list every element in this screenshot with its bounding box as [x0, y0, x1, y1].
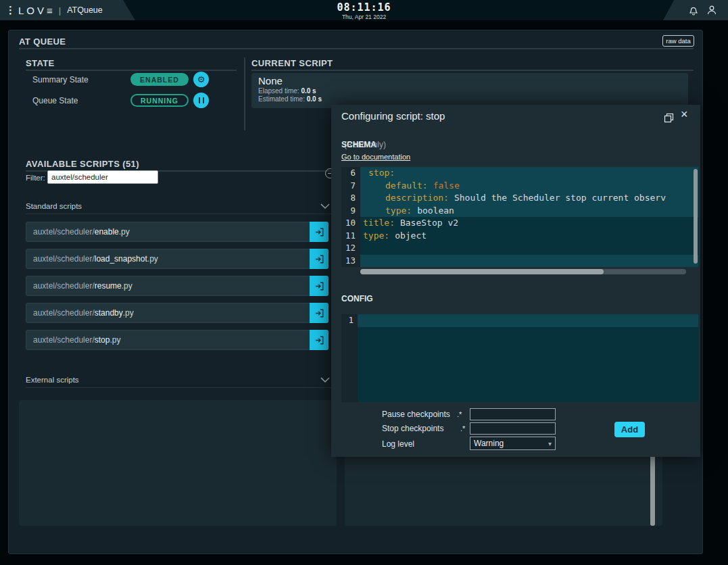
horizontal-scrollbar-thumb[interactable]: [360, 269, 604, 274]
standard-scripts-header[interactable]: Standard scripts: [26, 202, 82, 210]
queue-state-label: Queue State: [32, 96, 78, 105]
code-line: [360, 242, 698, 255]
current-script-name: None: [258, 75, 681, 87]
launch-script-icon: [314, 227, 324, 237]
section-divider: [244, 57, 245, 130]
stop-checkpoints-hint: .*: [460, 424, 465, 433]
estimated-time-label: Estimated time:: [258, 95, 305, 103]
code-line: stop:: [360, 167, 698, 180]
external-scripts-header[interactable]: External scripts: [26, 376, 79, 384]
current-script-rule: [251, 70, 694, 71]
clock-time: 08:11:16: [337, 1, 391, 14]
schema-vertical-scrollbar[interactable]: [694, 169, 698, 264]
summary-state-badge: ENABLED: [130, 73, 189, 86]
page-title: AT QUEUE: [19, 36, 66, 47]
code-line: title:BaseStop v2: [360, 217, 698, 230]
pause-checkpoints-input[interactable]: [470, 408, 556, 420]
atqueue-app: ⋮ LOV≡ | ATQueue 08:11:16 Thu, Apr 21 20…: [0, 0, 728, 565]
title-rule: [19, 48, 694, 49]
line-number: 11: [341, 230, 360, 243]
chevron-down-icon[interactable]: [320, 203, 330, 210]
dialog-title: Configuring script: stop: [341, 110, 445, 122]
gear-icon: ⚙: [197, 75, 205, 84]
pause-checkpoints-label: Pause checkpoints: [382, 410, 450, 419]
script-list-item[interactable]: auxtel/scheduler/resume.py: [26, 276, 329, 296]
current-script-title: CURRENT SCRIPT: [251, 58, 333, 68]
available-scripts-title: AVAILABLE SCRIPTS (51): [26, 159, 139, 169]
clock-date: Thu, Apr 21 2022: [337, 14, 391, 20]
code-line: type:boolean: [360, 205, 698, 218]
launch-script-button[interactable]: [310, 330, 329, 350]
summary-state-settings-button[interactable]: ⚙: [193, 72, 209, 87]
raw-data-button[interactable]: raw data: [662, 35, 694, 47]
line-number: 7: [341, 180, 360, 193]
launch-script-icon: [314, 281, 324, 291]
launch-script-button[interactable]: [310, 276, 329, 296]
topbar-divider: |: [59, 5, 61, 16]
queue-panel-left: [19, 400, 337, 526]
config-section-title: CONFIG: [341, 294, 373, 303]
state-section-title: STATE: [26, 58, 55, 68]
log-level-label: Log level: [382, 439, 414, 449]
launch-script-icon: [314, 254, 324, 264]
config-code-editor[interactable]: 1: [341, 314, 698, 402]
line-number: 9: [341, 205, 360, 218]
log-level-select[interactable]: Warning ▾: [470, 437, 556, 450]
estimated-time-value: 0.0 s: [307, 95, 322, 103]
topbar-left-section: ⋮ LOV≡ | ATQueue: [0, 0, 137, 20]
code-line: type:object: [360, 230, 698, 243]
dropdown-arrow-icon: ▾: [548, 440, 552, 447]
pause-queue-button[interactable]: [193, 93, 209, 108]
bell-icon[interactable]: [688, 5, 699, 16]
elapsed-time-label: Elapsed time:: [258, 87, 299, 95]
config-active-line: [358, 314, 698, 327]
stop-checkpoints-input[interactable]: [470, 422, 556, 435]
queue-state-badge: RUNNING: [130, 94, 189, 107]
line-number: 1: [341, 314, 358, 327]
script-list-item[interactable]: auxtel/scheduler/stop.py: [26, 330, 329, 350]
code-line: default:false: [360, 180, 698, 193]
script-list-item[interactable]: auxtel/scheduler/standby.py: [26, 303, 329, 323]
line-number: 13: [341, 255, 360, 268]
script-list-item[interactable]: auxtel/scheduler/load_snapshot.py: [26, 249, 329, 269]
launch-script-icon: [314, 335, 324, 345]
user-icon[interactable]: [706, 5, 717, 16]
pause-checkpoints-hint: .*: [457, 410, 462, 418]
stop-checkpoints-label: Stop checkpoints: [382, 424, 443, 433]
line-number: 12: [341, 242, 360, 255]
standard-group-rule: [26, 214, 331, 214]
chevron-down-icon[interactable]: [320, 377, 330, 383]
elapsed-time-value: 0.0 s: [301, 87, 316, 95]
filter-label: Filter:: [26, 174, 45, 182]
script-list-item[interactable]: auxtel/scheduler/enable.py: [26, 222, 329, 242]
horizontal-scrollbar-track[interactable]: [360, 269, 686, 274]
summary-state-label: Summary State: [32, 75, 89, 84]
external-group-rule: [26, 387, 331, 388]
line-number: 10: [341, 217, 360, 230]
filter-input[interactable]: [47, 170, 158, 184]
launch-script-button[interactable]: [310, 222, 329, 242]
detach-window-icon[interactable]: [663, 112, 675, 124]
documentation-link[interactable]: Go to documentation: [341, 153, 410, 161]
state-rule: [26, 70, 237, 71]
topbar-right-section: [663, 0, 728, 20]
love-logo: LOV≡: [18, 5, 53, 16]
schema-code-editor[interactable]: 6stop: 7default:false 8description:Shoul…: [341, 167, 698, 267]
code-line: [360, 255, 698, 268]
clock: 08:11:16 Thu, Apr 21 2022: [337, 1, 391, 20]
add-button[interactable]: Add: [614, 422, 645, 437]
top-bar: ⋮ LOV≡ | ATQueue 08:11:16 Thu, Apr 21 20…: [0, 0, 728, 20]
menu-icon[interactable]: ⋮: [5, 4, 12, 16]
configure-script-dialog: Configuring script: stop × SCHEMA(Read o…: [331, 105, 700, 457]
logo-e-glyph: ≡: [47, 5, 53, 16]
code-line: description:Should the Scheduler stop cu…: [360, 192, 698, 205]
close-icon[interactable]: ×: [681, 108, 688, 122]
config-gutter: [341, 314, 358, 402]
line-number: 8: [341, 192, 360, 205]
launch-script-icon: [314, 308, 324, 318]
launch-script-button[interactable]: [310, 249, 329, 269]
log-level-value: Warning: [474, 439, 504, 448]
app-name: ATQueue: [67, 5, 103, 15]
launch-script-button[interactable]: [310, 303, 329, 323]
pause-icon: [199, 97, 204, 103]
